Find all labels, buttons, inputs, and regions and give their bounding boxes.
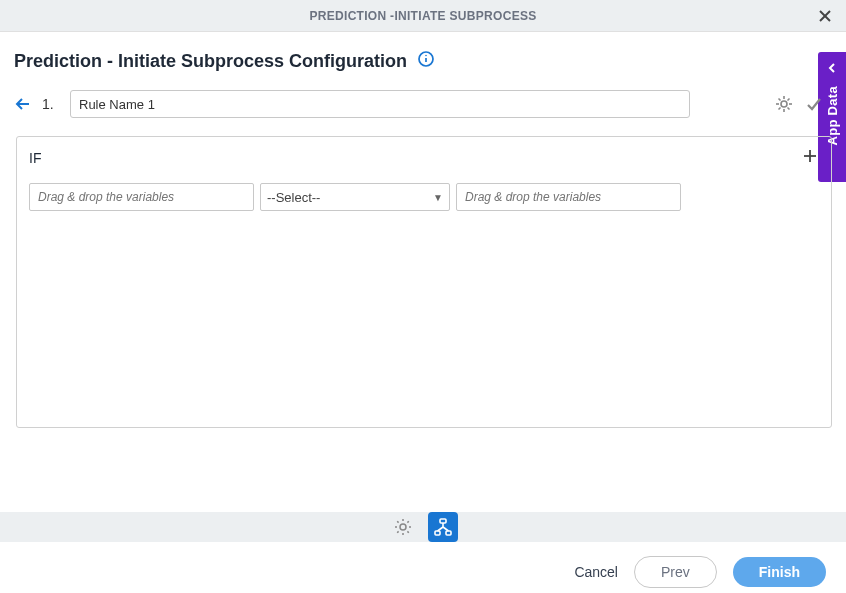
svg-rect-19 <box>435 531 440 535</box>
condition-row: --Select-- ▼ <box>29 183 819 211</box>
page-title: Prediction - Initiate Subprocess Configu… <box>14 51 407 72</box>
chevron-down-icon: ▼ <box>433 192 443 203</box>
workflow-tool-button[interactable] <box>428 512 458 542</box>
rule-name-input[interactable] <box>70 90 690 118</box>
svg-line-14 <box>779 108 781 110</box>
svg-line-12 <box>788 108 790 110</box>
header-bar: PREDICTION -INITIATE SUBPROCESS <box>0 0 846 32</box>
magic-wand-icon[interactable] <box>774 94 794 114</box>
svg-line-23 <box>443 527 449 531</box>
svg-rect-20 <box>446 531 451 535</box>
svg-point-17 <box>400 524 406 530</box>
header-title: PREDICTION -INITIATE SUBPROCESS <box>309 9 536 23</box>
if-panel: IF --Select-- ▼ <box>16 136 832 428</box>
close-button[interactable] <box>816 7 834 25</box>
finish-button[interactable]: Finish <box>733 557 826 587</box>
cancel-button[interactable]: Cancel <box>574 564 618 580</box>
svg-rect-18 <box>440 519 446 523</box>
prev-button[interactable]: Prev <box>634 556 717 588</box>
bottom-toolbar <box>0 512 846 542</box>
checkmark-icon[interactable] <box>804 94 824 114</box>
svg-line-11 <box>779 99 781 101</box>
svg-line-13 <box>788 99 790 101</box>
right-variable-drop[interactable] <box>456 183 681 211</box>
if-header: IF <box>29 147 819 169</box>
rule-actions <box>774 94 832 114</box>
footer: Cancel Prev Finish <box>0 542 846 593</box>
add-condition-button[interactable] <box>801 147 819 169</box>
back-button[interactable] <box>14 95 32 113</box>
page-title-row: Prediction - Initiate Subprocess Configu… <box>14 50 832 72</box>
if-label: IF <box>29 150 41 166</box>
rule-number: 1. <box>42 96 60 112</box>
operator-select-value: --Select-- <box>267 190 320 205</box>
content-area: Prediction - Initiate Subprocess Configu… <box>0 32 846 502</box>
settings-tool-button[interactable] <box>388 512 418 542</box>
workflow-icon <box>433 517 453 537</box>
left-variable-drop[interactable] <box>29 183 254 211</box>
rule-header-row: 1. <box>14 90 832 118</box>
operator-select[interactable]: --Select-- ▼ <box>260 183 450 211</box>
svg-line-22 <box>438 527 444 531</box>
svg-point-6 <box>781 101 787 107</box>
svg-point-4 <box>425 55 427 57</box>
gear-icon <box>393 517 413 537</box>
info-icon[interactable] <box>417 50 435 72</box>
plus-icon <box>801 147 819 165</box>
close-icon <box>817 8 833 24</box>
